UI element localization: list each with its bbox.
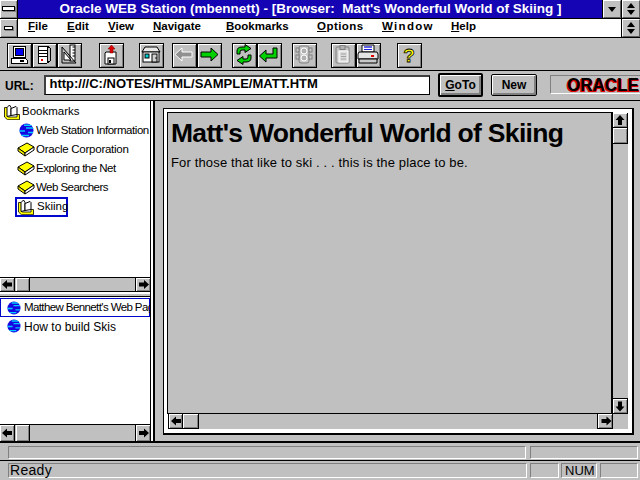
svg-text:?: ?: [403, 45, 415, 66]
